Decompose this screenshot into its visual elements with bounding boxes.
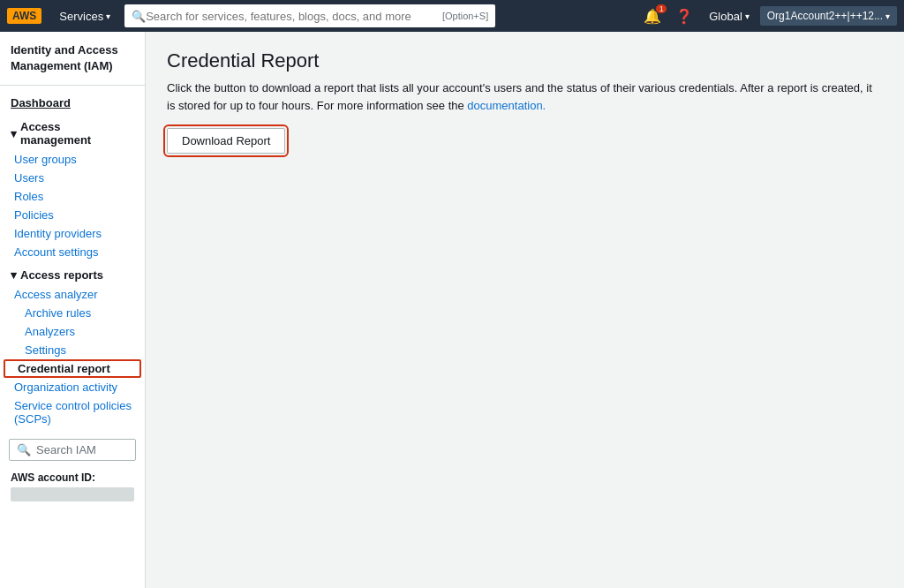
page-title: Credential Report (167, 49, 883, 72)
sidebar-search-icon: 🔍 (17, 443, 31, 456)
account-chevron-icon: ▾ (885, 11, 890, 21)
nav-right-section: 🔔 1 ❓ Global ▾ Org1Account2++|++12... ▾ (638, 6, 897, 26)
search-icon: 🔍 (132, 10, 146, 23)
access-reports-label: Access reports (20, 268, 103, 282)
account-id-value (11, 487, 134, 501)
aws-logo[interactable]: AWS (7, 8, 41, 24)
notifications-button[interactable]: 🔔 1 (638, 6, 667, 26)
access-management-chevron-icon: ▾ (11, 127, 17, 140)
global-search-input[interactable] (146, 10, 442, 23)
region-selector-button[interactable]: Global ▾ (702, 6, 757, 26)
region-chevron-icon: ▾ (745, 11, 750, 21)
access-reports-chevron-icon: ▾ (11, 268, 17, 282)
access-reports-section[interactable]: ▾ Access reports (0, 261, 145, 285)
sidebar-item-roles[interactable]: Roles (0, 187, 145, 206)
documentation-link[interactable]: documentation. (467, 99, 546, 112)
sidebar-item-user-groups[interactable]: User groups (0, 150, 145, 169)
services-button[interactable]: Services ▾ (52, 6, 117, 26)
sidebar-item-identity-providers[interactable]: Identity providers (0, 224, 145, 243)
sidebar-item-settings[interactable]: Settings (0, 341, 145, 359)
top-navigation: AWS Services ▾ 🔍 [Option+S] 🔔 1 ❓ Global… (0, 0, 904, 32)
sidebar-title: Identity and Access Management (IAM) (0, 42, 145, 78)
sidebar-search-input[interactable] (36, 443, 128, 456)
account-label: Org1Account2++|++12... (767, 10, 883, 22)
page-description: Click the button to download a report th… (167, 79, 883, 114)
sidebar-item-service-control-policies[interactable]: Service control policies (SCPs) (0, 396, 145, 428)
help-button[interactable]: ❓ (670, 6, 698, 26)
sidebar-item-dashboard[interactable]: Dashboard (0, 93, 145, 113)
global-search-box: 🔍 [Option+S] (124, 4, 495, 27)
sidebar: Identity and Access Management (IAM) Das… (0, 32, 146, 588)
sidebar-search-box: 🔍 (9, 439, 136, 461)
sidebar-item-policies[interactable]: Policies (0, 206, 145, 224)
search-shortcut-label: [Option+S] (442, 11, 488, 21)
sidebar-item-analyzers[interactable]: Analyzers (0, 322, 145, 341)
account-id-label: AWS account ID: (0, 468, 145, 486)
sidebar-item-archive-rules[interactable]: Archive rules (0, 304, 145, 322)
sidebar-item-organization-activity[interactable]: Organization activity (0, 378, 145, 396)
sidebar-item-account-settings[interactable]: Account settings (0, 243, 145, 261)
sidebar-item-users[interactable]: Users (0, 169, 145, 187)
app-layout: Identity and Access Management (IAM) Das… (0, 32, 904, 588)
region-label: Global (709, 10, 742, 23)
services-chevron-icon: ▾ (106, 11, 110, 21)
notification-badge: 1 (656, 4, 667, 13)
access-management-label: Access management (20, 120, 134, 147)
sidebar-divider-top (0, 85, 145, 86)
sidebar-item-credential-report[interactable]: Credential report (4, 359, 141, 378)
download-report-button[interactable]: Download Report (167, 128, 285, 154)
account-menu-button[interactable]: Org1Account2++|++12... ▾ (760, 6, 897, 26)
main-content: Credential Report Click the button to do… (146, 32, 904, 588)
services-label: Services (59, 10, 103, 23)
sidebar-item-access-analyzer[interactable]: Access analyzer (0, 285, 145, 304)
access-management-section[interactable]: ▾ Access management (0, 113, 145, 150)
